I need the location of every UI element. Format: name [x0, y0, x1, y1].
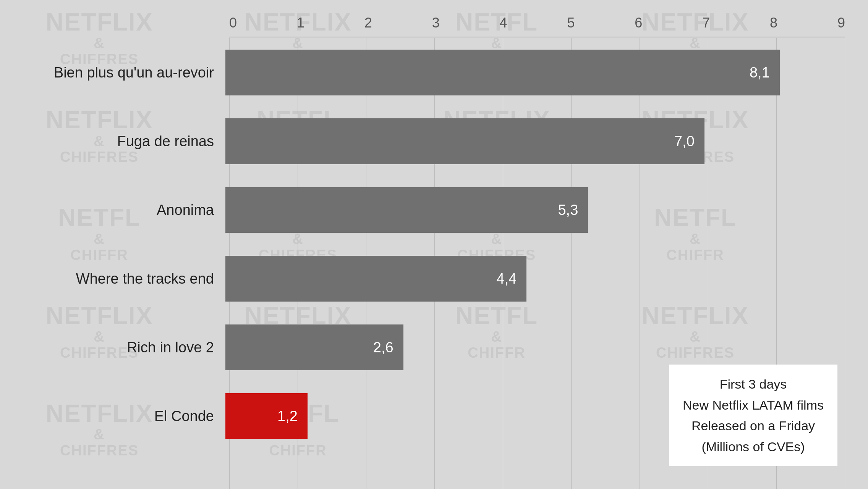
bar-track: 5,3 [225, 187, 868, 233]
bar-value: 8,1 [750, 65, 776, 81]
bar-row: Bien plus qu'un au-revoir8,1 [0, 38, 868, 107]
bar-label: El Conde [0, 408, 225, 424]
x-axis-line [229, 37, 845, 37]
bar-value: 5,3 [558, 202, 584, 218]
bar-label: Bien plus qu'un au-revoir [0, 65, 225, 81]
x-label-5: 5 [567, 15, 575, 31]
x-axis-labels: 0 1 2 3 4 5 6 7 8 9 [229, 15, 845, 31]
bar-fill: 5,3 [225, 187, 588, 233]
bar-label: Fuga de reinas [0, 133, 225, 150]
bar-track: 2,6 [225, 324, 868, 370]
x-label-7: 7 [702, 15, 710, 31]
legend-line2: New Netflix LATAM films [683, 395, 824, 415]
bar-track: 8,1 [225, 50, 868, 95]
bar-value: 4,4 [496, 271, 523, 287]
x-label-9: 9 [837, 15, 845, 31]
chart-container: 0 1 2 3 4 5 6 7 8 9 Bien plus qu'un au-r… [0, 0, 868, 489]
bar-fill: 4,4 [225, 256, 526, 302]
legend-box: First 3 days New Netflix LATAM films Rel… [669, 365, 837, 466]
x-label-4: 4 [500, 15, 507, 31]
x-label-3: 3 [432, 15, 440, 31]
x-axis-area: 0 1 2 3 4 5 6 7 8 9 [229, 11, 845, 34]
x-label-6: 6 [635, 15, 642, 31]
x-label-2: 2 [364, 15, 372, 31]
bar-label: Anonima [0, 202, 225, 218]
x-label-8: 8 [770, 15, 777, 31]
bar-track: 4,4 [225, 256, 868, 302]
x-label-0: 0 [229, 15, 237, 31]
bar-label: Where the tracks end [0, 271, 225, 287]
x-label-1: 1 [297, 15, 304, 31]
bar-label: Rich in love 2 [0, 339, 225, 356]
bar-fill: 2,6 [225, 324, 403, 370]
legend-line3: Released on a Friday [683, 415, 824, 436]
legend-line1: First 3 days [683, 374, 824, 394]
bar-fill: 7,0 [225, 118, 704, 164]
bar-track: 7,0 [225, 118, 868, 164]
bar-value: 7,0 [674, 133, 701, 150]
bar-value: 2,6 [373, 339, 400, 356]
bar-row: Where the tracks end4,4 [0, 244, 868, 313]
bar-row: Anonima5,3 [0, 176, 868, 244]
bar-row: Fuga de reinas7,0 [0, 107, 868, 176]
legend-line4: (Millions of CVEs) [683, 436, 824, 457]
bar-fill: 1,2 [225, 393, 308, 439]
bar-value: 1,2 [277, 408, 304, 424]
bar-fill: 8,1 [225, 50, 780, 95]
